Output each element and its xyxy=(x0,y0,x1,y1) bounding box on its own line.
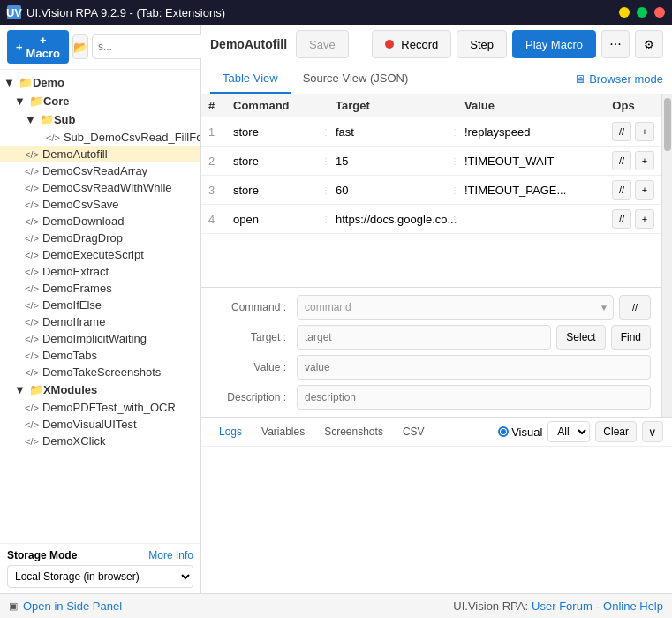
sidebar-item-democsvsave[interactable]: </> DemoCsvSave xyxy=(0,196,200,213)
table-row[interactable]: 4 open ⋮ https://docs.google.co... ⋮ // … xyxy=(201,205,661,234)
table-row[interactable]: 1 store ⋮ fast ⋮ !replayspeed // + xyxy=(201,117,661,147)
separator-icon: ⋮ xyxy=(321,215,336,224)
code-icon: </> xyxy=(25,216,39,227)
tab-csv[interactable]: CSV xyxy=(394,422,434,441)
step-button[interactable]: Step xyxy=(457,30,507,58)
sidebar-item-xmodules[interactable]: ▼ 📁 XModules xyxy=(0,381,200,399)
select-button[interactable]: Select xyxy=(556,325,605,350)
sidebar-item-demovisualuiiltest[interactable]: </> DemoVisualUITest xyxy=(0,416,200,433)
sidebar-item-demoframes[interactable]: </> DemoFrames xyxy=(0,280,200,297)
separator-icon: ⋮ xyxy=(450,215,464,224)
code-icon: </> xyxy=(25,166,39,177)
row-value: !replayspeed xyxy=(464,125,593,139)
sidebar-item-demoextract[interactable]: </> DemoExtract xyxy=(0,263,200,280)
open-folder-button[interactable]: 📂 xyxy=(72,34,88,59)
scroll-thumb[interactable] xyxy=(664,98,671,151)
more-options-button[interactable]: ··· xyxy=(601,30,630,58)
close-button[interactable] xyxy=(654,7,665,18)
code-icon: </> xyxy=(25,403,39,413)
play-macro-button[interactable]: Play Macro xyxy=(512,30,596,58)
sidebar-item-demotabs[interactable]: </> DemoTabs xyxy=(0,347,200,364)
add-op-button[interactable]: + xyxy=(635,209,654,229)
open-side-panel-link[interactable]: Open in Side Panel xyxy=(23,599,122,613)
sidebar-item-core[interactable]: ▼ 📁 Core xyxy=(0,92,200,110)
separator-icon: ⋮ xyxy=(321,127,336,137)
top-toolbar: DemoAutofill Save Record Step Play Macro… xyxy=(201,25,672,64)
code-icon: </> xyxy=(25,300,39,311)
all-select[interactable]: All xyxy=(547,421,590,442)
code-icon: </> xyxy=(25,317,39,328)
command-select[interactable]: command xyxy=(297,295,614,320)
sidebar-item-demoautofill[interactable]: </> DemoAutofill xyxy=(0,146,200,162)
storage-mode-select[interactable]: Local Storage (in browser) xyxy=(7,565,193,588)
sidebar-item-democsvreadarray[interactable]: </> DemoCsvReadArray xyxy=(0,162,200,179)
collapse-button[interactable]: ∨ xyxy=(642,421,663,442)
code-icon: </> xyxy=(25,149,39,160)
tab-screenshots[interactable]: Screenshots xyxy=(315,422,392,441)
comment-op-button[interactable]: // xyxy=(612,209,631,229)
browser-mode-link[interactable]: 🖥 Browser mode xyxy=(574,72,663,86)
visual-radio[interactable]: Visual xyxy=(498,426,542,439)
sidebar-item-demo[interactable]: ▼ 📁 Demo xyxy=(0,73,200,92)
sidebar-item-demoiframe[interactable]: </> DemoIframe xyxy=(0,313,200,330)
add-macro-button[interactable]: + + Macro xyxy=(7,30,69,64)
sidebar-item-sub[interactable]: ▼ 📁 Sub xyxy=(0,110,200,129)
sidebar-item-demoimplicitwaiting[interactable]: </> DemoImplicitWaiting xyxy=(0,330,200,347)
bottom-tabs-row: Logs Variables Screenshots CSV Visual Al… xyxy=(201,418,672,447)
table-row[interactable]: 2 store ⋮ 15 ⋮ !TIMEOUT_WAIT // + xyxy=(201,147,661,176)
clear-button[interactable]: Clear xyxy=(595,421,637,442)
storage-mode-label: Storage Mode xyxy=(7,549,77,561)
separator-icon: ⋮ xyxy=(321,156,336,166)
tab-table-view[interactable]: Table View xyxy=(210,64,291,94)
row-num: 2 xyxy=(208,154,233,168)
save-button[interactable]: Save xyxy=(296,30,349,58)
content-area: DemoAutofill Save Record Step Play Macro… xyxy=(201,25,672,593)
scrollbar[interactable] xyxy=(661,94,672,417)
table-row[interactable]: 3 store ⋮ 60 ⋮ !TIMEOUT_PAGE... // + xyxy=(201,176,661,205)
visual-label: Visual xyxy=(511,426,542,439)
add-op-button[interactable]: + xyxy=(635,151,654,170)
sidebar-item-demopdftest[interactable]: </> DemoPDFTest_with_OCR xyxy=(0,399,200,416)
online-help-link[interactable]: Online Help xyxy=(603,599,663,613)
find-button[interactable]: Find xyxy=(611,325,651,350)
record-icon xyxy=(385,40,394,49)
sidebar-item-demoifelse[interactable]: </> DemoIfElse xyxy=(0,297,200,313)
description-input[interactable] xyxy=(297,385,651,410)
minimize-button[interactable] xyxy=(619,7,630,18)
more-info-link[interactable]: More Info xyxy=(148,549,193,561)
folder-icon: 📂 xyxy=(73,41,87,54)
sidebar-item-label: DemoTabs xyxy=(42,349,97,362)
tab-logs[interactable]: Logs xyxy=(210,422,251,441)
sidebar-item-label: DemoIfElse xyxy=(42,298,102,312)
maximize-button[interactable] xyxy=(637,7,647,18)
tab-source-view[interactable]: Source View (JSON) xyxy=(291,64,421,94)
add-op-button[interactable]: + xyxy=(635,180,654,200)
comment-op-button[interactable]: // xyxy=(612,180,631,200)
app-icon: UV xyxy=(7,5,21,19)
sidebar-item-democsvreadwithwhile[interactable]: </> DemoCsvReadWithWhile xyxy=(0,179,200,196)
sidebar-item-demotakescreenshots[interactable]: </> DemoTakeScreenshots xyxy=(0,364,200,381)
sidebar-footer: Storage Mode More Info Local Storage (in… xyxy=(0,543,200,593)
macro-name-label: DemoAutofill xyxy=(210,37,287,51)
sidebar-item-demodragdrop[interactable]: </> DemoDragDrop xyxy=(0,230,200,246)
comment-op-button[interactable]: // xyxy=(612,122,631,141)
gear-icon: ⚙ xyxy=(644,38,654,51)
separator-icon: ⋮ xyxy=(450,156,464,166)
sidebar-item-demodownload[interactable]: </> DemoDownload xyxy=(0,213,200,230)
sidebar-item-subcsvread[interactable]: </> Sub_DemoCsvRead_FillFor xyxy=(0,129,200,146)
record-button[interactable]: Record xyxy=(372,30,451,58)
sidebar-item-demoxclick[interactable]: </> DemoXClick xyxy=(0,433,200,449)
target-header: Target xyxy=(336,99,450,112)
add-op-button[interactable]: + xyxy=(635,122,654,141)
value-input[interactable] xyxy=(297,355,651,380)
row-num: 3 xyxy=(208,184,233,197)
value-header: Value xyxy=(464,99,593,112)
tab-variables[interactable]: Variables xyxy=(253,422,313,441)
sidebar-item-demoexecutescript[interactable]: </> DemoExecuteScript xyxy=(0,246,200,263)
settings-button[interactable]: ⚙ xyxy=(635,30,663,58)
command-comment-button[interactable]: // xyxy=(619,295,651,320)
comment-op-button[interactable]: // xyxy=(612,151,631,170)
titlebar: UV UI.Vision RPA 9.2.9 - (Tab: Extension… xyxy=(0,0,672,25)
user-forum-link[interactable]: User Forum xyxy=(532,599,593,613)
target-input[interactable] xyxy=(297,325,551,350)
